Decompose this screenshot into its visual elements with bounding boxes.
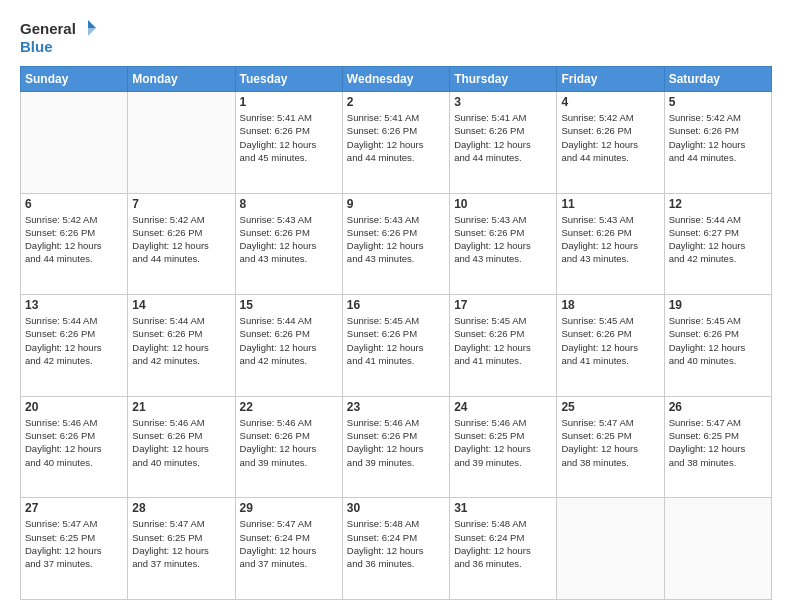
calendar-cell: 31Sunrise: 5:48 AM Sunset: 6:24 PM Dayli… xyxy=(450,498,557,600)
day-number: 20 xyxy=(25,400,123,414)
calendar-header-monday: Monday xyxy=(128,67,235,92)
calendar-cell: 2Sunrise: 5:41 AM Sunset: 6:26 PM Daylig… xyxy=(342,92,449,194)
calendar-cell: 16Sunrise: 5:45 AM Sunset: 6:26 PM Dayli… xyxy=(342,295,449,397)
day-info: Sunrise: 5:43 AM Sunset: 6:26 PM Dayligh… xyxy=(347,213,445,266)
day-info: Sunrise: 5:41 AM Sunset: 6:26 PM Dayligh… xyxy=(240,111,338,164)
day-info: Sunrise: 5:44 AM Sunset: 6:26 PM Dayligh… xyxy=(132,314,230,367)
day-info: Sunrise: 5:45 AM Sunset: 6:26 PM Dayligh… xyxy=(561,314,659,367)
day-info: Sunrise: 5:47 AM Sunset: 6:25 PM Dayligh… xyxy=(561,416,659,469)
day-number: 29 xyxy=(240,501,338,515)
day-number: 24 xyxy=(454,400,552,414)
calendar-cell: 10Sunrise: 5:43 AM Sunset: 6:26 PM Dayli… xyxy=(450,193,557,295)
calendar-cell: 22Sunrise: 5:46 AM Sunset: 6:26 PM Dayli… xyxy=(235,396,342,498)
day-number: 30 xyxy=(347,501,445,515)
calendar-cell: 1Sunrise: 5:41 AM Sunset: 6:26 PM Daylig… xyxy=(235,92,342,194)
day-number: 18 xyxy=(561,298,659,312)
calendar-cell: 29Sunrise: 5:47 AM Sunset: 6:24 PM Dayli… xyxy=(235,498,342,600)
calendar-cell: 5Sunrise: 5:42 AM Sunset: 6:26 PM Daylig… xyxy=(664,92,771,194)
day-number: 14 xyxy=(132,298,230,312)
calendar-cell: 13Sunrise: 5:44 AM Sunset: 6:26 PM Dayli… xyxy=(21,295,128,397)
day-info: Sunrise: 5:46 AM Sunset: 6:26 PM Dayligh… xyxy=(132,416,230,469)
calendar-cell: 28Sunrise: 5:47 AM Sunset: 6:25 PM Dayli… xyxy=(128,498,235,600)
calendar-cell: 12Sunrise: 5:44 AM Sunset: 6:27 PM Dayli… xyxy=(664,193,771,295)
day-info: Sunrise: 5:45 AM Sunset: 6:26 PM Dayligh… xyxy=(454,314,552,367)
calendar: SundayMondayTuesdayWednesdayThursdayFrid… xyxy=(20,66,772,600)
calendar-cell xyxy=(21,92,128,194)
calendar-header-thursday: Thursday xyxy=(450,67,557,92)
day-info: Sunrise: 5:41 AM Sunset: 6:26 PM Dayligh… xyxy=(454,111,552,164)
calendar-cell xyxy=(557,498,664,600)
logo-flag-icon xyxy=(78,18,98,38)
day-info: Sunrise: 5:47 AM Sunset: 6:25 PM Dayligh… xyxy=(132,517,230,570)
day-info: Sunrise: 5:42 AM Sunset: 6:26 PM Dayligh… xyxy=(132,213,230,266)
header: General Blue xyxy=(20,18,772,56)
day-number: 3 xyxy=(454,95,552,109)
calendar-header-saturday: Saturday xyxy=(664,67,771,92)
day-number: 6 xyxy=(25,197,123,211)
calendar-cell: 30Sunrise: 5:48 AM Sunset: 6:24 PM Dayli… xyxy=(342,498,449,600)
day-number: 27 xyxy=(25,501,123,515)
day-number: 4 xyxy=(561,95,659,109)
day-info: Sunrise: 5:46 AM Sunset: 6:26 PM Dayligh… xyxy=(347,416,445,469)
calendar-cell: 18Sunrise: 5:45 AM Sunset: 6:26 PM Dayli… xyxy=(557,295,664,397)
day-number: 1 xyxy=(240,95,338,109)
day-number: 11 xyxy=(561,197,659,211)
day-number: 7 xyxy=(132,197,230,211)
day-info: Sunrise: 5:43 AM Sunset: 6:26 PM Dayligh… xyxy=(561,213,659,266)
logo-general-text: General xyxy=(20,20,76,37)
day-number: 13 xyxy=(25,298,123,312)
calendar-cell: 26Sunrise: 5:47 AM Sunset: 6:25 PM Dayli… xyxy=(664,396,771,498)
day-info: Sunrise: 5:43 AM Sunset: 6:26 PM Dayligh… xyxy=(240,213,338,266)
calendar-header-wednesday: Wednesday xyxy=(342,67,449,92)
day-number: 19 xyxy=(669,298,767,312)
calendar-week-row: 27Sunrise: 5:47 AM Sunset: 6:25 PM Dayli… xyxy=(21,498,772,600)
page: General Blue SundayMondayTuesdayWednesda… xyxy=(0,0,792,612)
calendar-cell: 8Sunrise: 5:43 AM Sunset: 6:26 PM Daylig… xyxy=(235,193,342,295)
day-info: Sunrise: 5:46 AM Sunset: 6:26 PM Dayligh… xyxy=(240,416,338,469)
day-info: Sunrise: 5:41 AM Sunset: 6:26 PM Dayligh… xyxy=(347,111,445,164)
calendar-header-tuesday: Tuesday xyxy=(235,67,342,92)
calendar-cell: 3Sunrise: 5:41 AM Sunset: 6:26 PM Daylig… xyxy=(450,92,557,194)
calendar-cell: 4Sunrise: 5:42 AM Sunset: 6:26 PM Daylig… xyxy=(557,92,664,194)
calendar-cell: 21Sunrise: 5:46 AM Sunset: 6:26 PM Dayli… xyxy=(128,396,235,498)
day-info: Sunrise: 5:46 AM Sunset: 6:26 PM Dayligh… xyxy=(25,416,123,469)
day-info: Sunrise: 5:48 AM Sunset: 6:24 PM Dayligh… xyxy=(347,517,445,570)
day-number: 21 xyxy=(132,400,230,414)
calendar-header-friday: Friday xyxy=(557,67,664,92)
day-info: Sunrise: 5:42 AM Sunset: 6:26 PM Dayligh… xyxy=(669,111,767,164)
day-info: Sunrise: 5:42 AM Sunset: 6:26 PM Dayligh… xyxy=(561,111,659,164)
day-number: 12 xyxy=(669,197,767,211)
day-number: 8 xyxy=(240,197,338,211)
calendar-cell: 20Sunrise: 5:46 AM Sunset: 6:26 PM Dayli… xyxy=(21,396,128,498)
day-number: 16 xyxy=(347,298,445,312)
day-info: Sunrise: 5:42 AM Sunset: 6:26 PM Dayligh… xyxy=(25,213,123,266)
calendar-week-row: 20Sunrise: 5:46 AM Sunset: 6:26 PM Dayli… xyxy=(21,396,772,498)
svg-marker-1 xyxy=(88,28,96,36)
day-number: 15 xyxy=(240,298,338,312)
day-number: 2 xyxy=(347,95,445,109)
day-number: 5 xyxy=(669,95,767,109)
calendar-cell: 9Sunrise: 5:43 AM Sunset: 6:26 PM Daylig… xyxy=(342,193,449,295)
day-info: Sunrise: 5:48 AM Sunset: 6:24 PM Dayligh… xyxy=(454,517,552,570)
calendar-week-row: 6Sunrise: 5:42 AM Sunset: 6:26 PM Daylig… xyxy=(21,193,772,295)
day-number: 25 xyxy=(561,400,659,414)
calendar-cell: 24Sunrise: 5:46 AM Sunset: 6:25 PM Dayli… xyxy=(450,396,557,498)
logo-blue-text: Blue xyxy=(20,38,53,55)
day-info: Sunrise: 5:45 AM Sunset: 6:26 PM Dayligh… xyxy=(669,314,767,367)
calendar-cell: 15Sunrise: 5:44 AM Sunset: 6:26 PM Dayli… xyxy=(235,295,342,397)
svg-marker-0 xyxy=(88,20,96,28)
day-info: Sunrise: 5:45 AM Sunset: 6:26 PM Dayligh… xyxy=(347,314,445,367)
calendar-header-row: SundayMondayTuesdayWednesdayThursdayFrid… xyxy=(21,67,772,92)
calendar-cell: 27Sunrise: 5:47 AM Sunset: 6:25 PM Dayli… xyxy=(21,498,128,600)
calendar-cell: 11Sunrise: 5:43 AM Sunset: 6:26 PM Dayli… xyxy=(557,193,664,295)
day-number: 9 xyxy=(347,197,445,211)
calendar-header-sunday: Sunday xyxy=(21,67,128,92)
day-number: 17 xyxy=(454,298,552,312)
day-info: Sunrise: 5:46 AM Sunset: 6:25 PM Dayligh… xyxy=(454,416,552,469)
logo: General Blue xyxy=(20,18,98,56)
day-info: Sunrise: 5:47 AM Sunset: 6:24 PM Dayligh… xyxy=(240,517,338,570)
day-number: 26 xyxy=(669,400,767,414)
calendar-cell: 25Sunrise: 5:47 AM Sunset: 6:25 PM Dayli… xyxy=(557,396,664,498)
day-info: Sunrise: 5:47 AM Sunset: 6:25 PM Dayligh… xyxy=(25,517,123,570)
day-info: Sunrise: 5:44 AM Sunset: 6:26 PM Dayligh… xyxy=(25,314,123,367)
